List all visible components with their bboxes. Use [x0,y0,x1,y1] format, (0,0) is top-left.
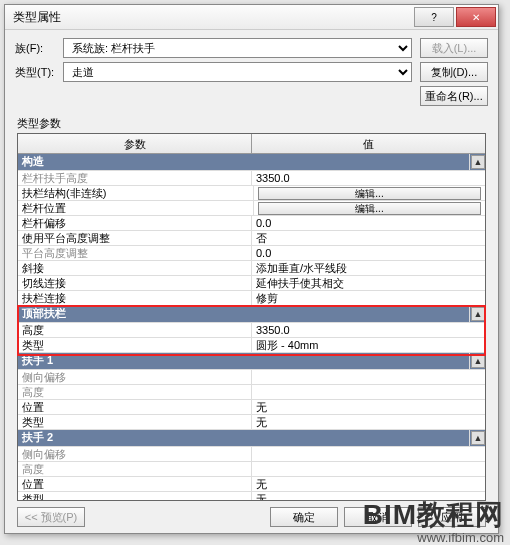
ok-button[interactable]: 确定 [270,507,338,527]
param-cell: 栏杆位置 [18,201,254,215]
rename-button[interactable]: 重命名(R)... [420,86,488,106]
value-cell[interactable]: 无 [252,492,485,500]
value-cell[interactable]: 添加垂直/水平线段 [252,261,485,275]
param-cell: 类型 [18,492,252,500]
table-row[interactable]: 高度3350.0 [18,323,485,338]
table-row[interactable]: 类型圆形 - 40mm [18,338,485,353]
copy-button[interactable]: 复制(D)... [420,62,488,82]
value-cell[interactable]: 圆形 - 40mm [252,338,485,352]
parameter-grid: 参数 值 构造▲栏杆扶手高度3350.0扶栏结构(非连续)编辑...栏杆位置编辑… [17,133,486,501]
edit-button[interactable]: 编辑... [258,187,481,200]
value-cell[interactable] [252,447,485,461]
table-row[interactable]: 类型无 [18,492,485,500]
group-header[interactable]: 扶手 2▲ [18,430,485,447]
param-cell: 斜接 [18,261,252,275]
value-cell[interactable]: 0.0 [252,246,485,260]
table-row[interactable]: 高度 [18,462,485,477]
value-cell[interactable]: 无 [252,400,485,414]
group-header[interactable]: 构造▲ [18,154,485,171]
family-select[interactable]: 系统族: 栏杆扶手 [63,38,412,58]
table-row[interactable]: 切线连接延伸扶手使其相交 [18,276,485,291]
group-header[interactable]: 顶部扶栏▲ [18,306,485,323]
table-row[interactable]: 侧向偏移 [18,447,485,462]
window-title: 类型属性 [13,9,414,26]
preview-button[interactable]: << 预览(P) [17,507,85,527]
value-cell[interactable]: 无 [252,477,485,491]
col-param: 参数 [18,134,252,153]
collapse-icon[interactable]: ▲ [471,155,485,169]
family-label: 族(F): [15,41,63,56]
table-row[interactable]: 斜接添加垂直/水平线段 [18,261,485,276]
col-value: 值 [252,134,485,153]
value-cell[interactable] [252,385,485,399]
param-cell: 类型 [18,338,252,352]
param-cell: 使用平台高度调整 [18,231,252,245]
table-row[interactable]: 扶栏连接修剪 [18,291,485,306]
param-cell: 切线连接 [18,276,252,290]
table-row[interactable]: 位置无 [18,400,485,415]
table-row[interactable]: 高度 [18,385,485,400]
type-properties-dialog: 类型属性 ? ✕ 族(F): 系统族: 栏杆扶手 载入(L)... 类型(T):… [4,4,499,534]
type-label: 类型(T): [15,65,63,80]
value-cell[interactable] [252,462,485,476]
group-header[interactable]: 扶手 1▲ [18,353,485,370]
value-cell[interactable]: 3350.0 [252,171,485,185]
table-row[interactable]: 类型无 [18,415,485,430]
load-button[interactable]: 载入(L)... [420,38,488,58]
collapse-icon[interactable]: ▲ [471,431,485,445]
param-cell: 类型 [18,415,252,429]
param-cell: 高度 [18,385,252,399]
grid-header: 参数 值 [18,134,485,154]
value-cell[interactable]: 3350.0 [252,323,485,337]
param-cell: 平台高度调整 [18,246,252,260]
group-name: 扶手 2 [18,430,470,446]
table-row[interactable]: 栏杆位置编辑... [18,201,485,216]
table-row[interactable]: 栏杆偏移0.0 [18,216,485,231]
group-name: 扶手 1 [18,353,470,369]
param-cell: 栏杆扶手高度 [18,171,252,185]
apply-button[interactable]: 应用 [418,507,486,527]
param-cell: 高度 [18,323,252,337]
group-name: 顶部扶栏 [18,306,470,322]
grid-body[interactable]: 构造▲栏杆扶手高度3350.0扶栏结构(非连续)编辑...栏杆位置编辑...栏杆… [18,154,485,500]
value-cell[interactable]: 延伸扶手使其相交 [252,276,485,290]
titlebar: 类型属性 ? ✕ [5,5,498,30]
param-cell: 侧向偏移 [18,447,252,461]
table-row[interactable]: 栏杆扶手高度3350.0 [18,171,485,186]
table-row[interactable]: 侧向偏移 [18,370,485,385]
value-cell[interactable]: 0.0 [252,216,485,230]
edit-button[interactable]: 编辑... [258,202,481,215]
param-cell: 侧向偏移 [18,370,252,384]
value-cell[interactable]: 否 [252,231,485,245]
collapse-icon[interactable]: ▲ [471,307,485,321]
collapse-icon[interactable]: ▲ [471,354,485,368]
table-row[interactable]: 位置无 [18,477,485,492]
cancel-button[interactable]: 取消 [344,507,412,527]
table-row[interactable]: 平台高度调整0.0 [18,246,485,261]
value-cell[interactable] [252,370,485,384]
table-row[interactable]: 使用平台高度调整否 [18,231,485,246]
bottom-bar: << 预览(P) 确定 取消 应用 [5,501,498,533]
value-cell[interactable]: 修剪 [252,291,485,305]
param-cell: 扶栏结构(非连续) [18,186,254,200]
param-cell: 扶栏连接 [18,291,252,305]
param-cell: 位置 [18,400,252,414]
close-button[interactable]: ✕ [456,7,496,27]
table-row[interactable]: 扶栏结构(非连续)编辑... [18,186,485,201]
param-cell: 栏杆偏移 [18,216,252,230]
type-select[interactable]: 走道 [63,62,412,82]
group-name: 构造 [18,154,470,170]
top-form: 族(F): 系统族: 栏杆扶手 载入(L)... 类型(T): 走道 复制(D)… [5,30,498,112]
help-button[interactable]: ? [414,7,454,27]
section-title: 类型参数 [17,116,486,131]
value-cell[interactable]: 无 [252,415,485,429]
param-cell: 位置 [18,477,252,491]
param-cell: 高度 [18,462,252,476]
